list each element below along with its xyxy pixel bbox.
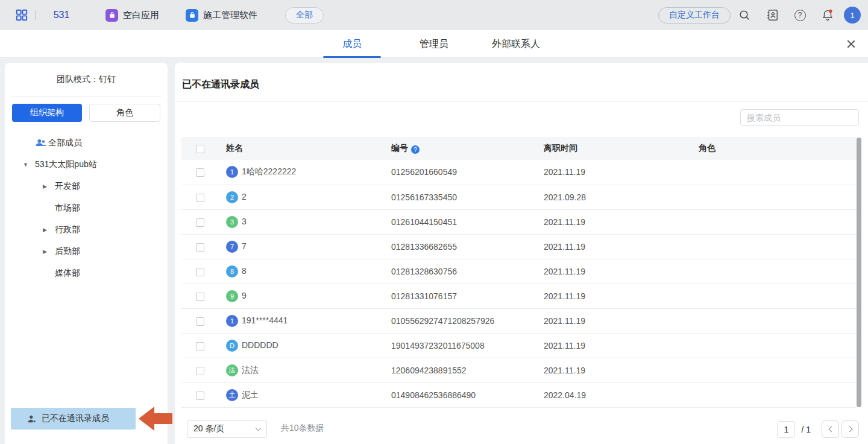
table-row[interactable]: 99 01281331076157 2021.11.19 — [181, 284, 857, 308]
member-role — [684, 308, 857, 333]
workspace-name[interactable]: 531 — [44, 10, 79, 21]
avatar: 7 — [226, 241, 238, 253]
row-checkbox[interactable] — [196, 268, 204, 276]
member-name: 3 — [242, 216, 247, 226]
tree-item-label: 市场部 — [55, 203, 80, 214]
sidebar-item-former-members[interactable]: 已不在通讯录成员 — [11, 408, 136, 430]
avatar: 3 — [226, 216, 238, 228]
row-checkbox[interactable] — [196, 243, 204, 252]
row-checkbox[interactable] — [196, 293, 204, 301]
table-row[interactable]: 33 01261044150451 2021.11.19 — [181, 209, 857, 234]
tree-item[interactable]: ▶ 开发部 — [5, 176, 168, 197]
leave-date: 2021.11.19 — [529, 234, 684, 259]
member-role — [684, 185, 857, 209]
tab-members[interactable]: 成员 — [323, 30, 381, 58]
leave-date: 2021.11.19 — [529, 333, 684, 358]
role-button[interactable]: 角色 — [89, 104, 160, 122]
member-id: 0105562927471208257926 — [377, 308, 529, 333]
avatar: 土 — [226, 389, 238, 401]
page-size-select[interactable]: 20 条/页 — [187, 420, 267, 438]
select-all-checkbox[interactable] — [196, 145, 204, 153]
member-id: 1206094238891552 — [377, 358, 529, 382]
user-avatar[interactable]: 1 — [844, 7, 861, 24]
tree-item[interactable]: ▶ 后勤部 — [5, 241, 168, 262]
members-table: 姓名 编号? 离职时间 角色 11哈哈2222222 0125620166054… — [181, 137, 857, 408]
apps-grid-icon[interactable] — [15, 8, 28, 22]
topbar-divider — [35, 10, 36, 20]
tree-item[interactable]: ▶ 行政部 — [5, 219, 168, 241]
member-name: 8 — [242, 265, 247, 275]
avatar: 1 — [226, 166, 238, 178]
table-scrollbar[interactable] — [857, 138, 861, 407]
caret-icon[interactable]: ▶ — [43, 227, 55, 233]
main-panel: 已不在通讯录成员 姓名 编号? 离职时间 角色 11哈哈2222222 0125… — [175, 63, 868, 444]
tree-item[interactable]: ▼ 531大太阳pub站 — [5, 154, 168, 176]
bag-icon — [186, 9, 198, 22]
table-row[interactable]: 11哈哈2222222 01256201660549 2021.11.19 — [181, 160, 857, 185]
row-checkbox[interactable] — [196, 342, 204, 350]
next-page-button[interactable] — [841, 420, 859, 438]
all-apps-button[interactable]: 全部 — [285, 7, 324, 24]
tree-item-label: 行政部 — [55, 224, 80, 235]
search-input[interactable] — [747, 113, 856, 122]
col-name: 姓名 — [212, 137, 377, 160]
member-name: 泥土 — [242, 389, 259, 399]
tabs: 成员 管理员 外部联系人 — [0, 30, 868, 58]
prev-page-button[interactable] — [822, 420, 839, 438]
bag-icon — [105, 9, 118, 22]
row-checkbox[interactable] — [196, 392, 204, 400]
table-row[interactable]: 法法法 1206094238891552 2021.11.19 — [181, 358, 857, 382]
row-checkbox[interactable] — [196, 194, 204, 202]
caret-icon[interactable]: ▶ — [43, 183, 55, 189]
col-id: 编号? — [377, 137, 529, 160]
table-row[interactable]: 77 01281336682655 2021.11.19 — [181, 234, 857, 259]
app-tab-construction[interactable]: 施工管理软件 — [186, 9, 257, 22]
leave-date: 2021.11.19 — [529, 160, 684, 185]
member-role — [684, 358, 857, 382]
tree-item[interactable]: 全部成员 — [5, 132, 168, 154]
leave-date: 2021.11.19 — [529, 259, 684, 284]
page-number-input[interactable] — [777, 421, 795, 438]
avatar: 9 — [226, 290, 238, 302]
sidebar: 团队模式：钉钉 组织架构 角色 全部成员 ▼ 531大太阳pub站 ▶ 开发部 … — [5, 63, 168, 444]
search-icon[interactable] — [731, 9, 758, 22]
chevron-left-icon — [828, 427, 834, 433]
avatar: 法 — [226, 364, 238, 376]
table-row[interactable]: 1191****4441 0105562927471208257926 2021… — [181, 308, 857, 333]
table-row[interactable]: DDDDDDD 19014937232011675008 2021.11.19 — [181, 333, 857, 358]
pagination: / 1 — [777, 420, 859, 438]
avatar: 1 — [226, 315, 238, 327]
topbar-actions: ? 1 — [731, 7, 868, 24]
avatar: 8 — [226, 265, 238, 278]
member-name: 9 — [242, 290, 247, 300]
caret-icon[interactable]: ▼ — [23, 162, 35, 168]
notification-dot — [829, 10, 832, 13]
help-icon[interactable]: ? — [786, 10, 814, 21]
bell-icon[interactable] — [814, 8, 841, 22]
row-checkbox[interactable] — [196, 168, 204, 177]
tab-external-contacts[interactable]: 外部联系人 — [487, 30, 545, 58]
table-row[interactable]: 22 01256167335450 2021.09.28 — [181, 185, 857, 209]
member-name: 191****4441 — [242, 315, 288, 325]
sidebar-item-label: 已不在通讯录成员 — [42, 413, 109, 424]
member-role — [684, 209, 857, 234]
org-tree: 全部成员 ▼ 531大太阳pub站 ▶ 开发部 市场部 ▶ 行政部 ▶ 后勤部 … — [5, 132, 168, 284]
row-checkbox[interactable] — [196, 317, 204, 326]
tab-admins[interactable]: 管理员 — [405, 30, 463, 58]
member-name: 2 — [242, 191, 247, 201]
member-role — [684, 160, 857, 185]
tree-item[interactable]: 媒体部 — [5, 262, 168, 284]
row-checkbox[interactable] — [196, 218, 204, 227]
address-book-icon[interactable] — [758, 8, 786, 22]
row-checkbox[interactable] — [196, 367, 204, 375]
tree-item[interactable]: 市场部 — [5, 197, 168, 219]
org-structure-button[interactable]: 组织架构 — [12, 104, 82, 122]
customize-workbench-button[interactable]: 自定义工作台 — [658, 7, 731, 24]
member-role — [684, 382, 857, 407]
question-badge-icon[interactable]: ? — [411, 145, 420, 154]
table-row[interactable]: 88 01281328630756 2021.11.19 — [181, 259, 857, 284]
caret-icon[interactable]: ▶ — [43, 249, 55, 255]
close-icon[interactable] — [846, 39, 857, 49]
table-row[interactable]: 土泥土 014908462536886490 2022.04.19 — [181, 382, 857, 407]
app-tab-blank[interactable]: 空白应用 — [105, 9, 159, 22]
